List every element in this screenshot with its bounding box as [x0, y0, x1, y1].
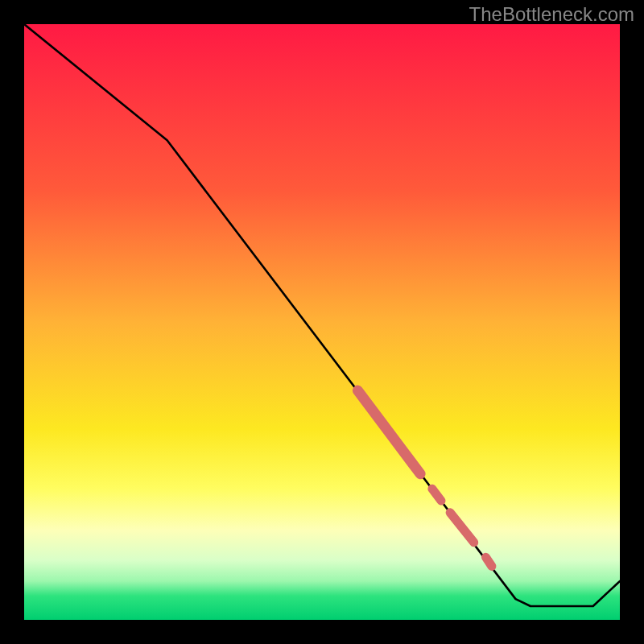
chart-svg [24, 24, 620, 620]
gradient-background [24, 24, 620, 620]
plot-area [24, 24, 620, 620]
chart-frame: TheBottleneck.com [0, 0, 644, 644]
highlight-segment [486, 557, 492, 566]
watermark-text: TheBottleneck.com [469, 3, 634, 26]
